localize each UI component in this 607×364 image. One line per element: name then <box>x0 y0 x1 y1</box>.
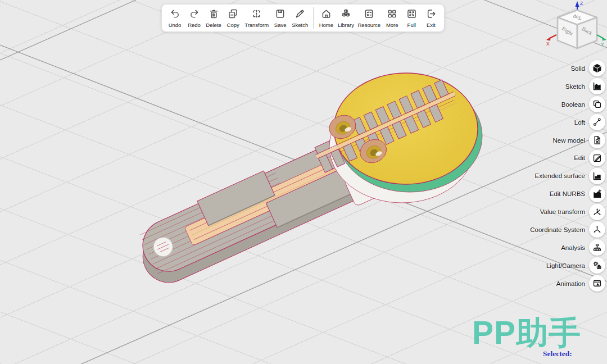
tool-sidebar: Solid Sketch Boolean Loft New model Edit… <box>530 60 607 293</box>
sidebar-item-new-model[interactable]: New model <box>530 131 607 149</box>
light-camera-icon <box>589 257 605 274</box>
toolbar-button-delete[interactable]: Delete <box>206 8 221 28</box>
toolbar-button-library[interactable]: Library <box>338 8 354 28</box>
watermark: PP助手 <box>472 317 581 349</box>
svg-text:Y: Y <box>601 42 604 47</box>
sketch-surface-icon <box>589 78 605 94</box>
svg-text:Z: Z <box>580 1 583 6</box>
sidebar-item-coordinate-system[interactable]: Coordinate System <box>530 221 607 239</box>
animation-icon <box>589 275 605 292</box>
toolbar-button-home[interactable]: Home <box>318 8 334 28</box>
redo-icon <box>188 8 200 22</box>
analysis-icon <box>589 239 605 256</box>
toolbar-button-transform[interactable]: Transform <box>244 8 269 28</box>
undo-icon <box>169 8 181 22</box>
view-cube[interactable]: Z Top Right Back X Y <box>545 0 607 53</box>
sidebar-item-edit-nurbs[interactable]: Edit NURBS <box>530 185 607 203</box>
sidebar-item-solid[interactable]: Solid <box>530 60 607 78</box>
sidebar-item-boolean[interactable]: Boolean <box>530 95 607 113</box>
svg-text:X: X <box>546 41 550 47</box>
edit-icon <box>589 150 605 166</box>
new-model-icon <box>589 132 605 148</box>
toolbar-button-more[interactable]: More <box>384 8 400 28</box>
edit-nurbs-icon <box>589 186 605 202</box>
full-icon <box>406 8 418 22</box>
toolbar-button-undo[interactable]: Undo <box>167 8 183 28</box>
toolbar-divider <box>313 7 314 29</box>
sidebar-item-loft[interactable]: Loft <box>530 113 607 131</box>
toolbar-button-sketch[interactable]: Sketch <box>292 8 308 28</box>
viewport-3d[interactable] <box>0 0 607 364</box>
library-icon <box>340 8 352 22</box>
sidebar-item-extended-surface[interactable]: Extended surface <box>530 167 607 185</box>
save-icon <box>274 8 286 22</box>
sidebar-item-value-transform[interactable]: Value transform <box>530 203 607 221</box>
exit-icon <box>425 8 437 22</box>
resource-icon <box>363 8 375 22</box>
sidebar-item-analysis[interactable]: Analysis <box>530 239 607 257</box>
toolbar-button-save[interactable]: Save <box>273 8 288 28</box>
copy-icon <box>227 8 239 22</box>
key-model[interactable] <box>129 69 482 297</box>
transform-icon <box>251 8 262 22</box>
y-axis[interactable]: Y <box>597 35 606 47</box>
loft-icon <box>589 114 605 130</box>
toolbar: Undo Redo Delete Copy Transform <box>161 4 445 32</box>
sketch-icon <box>294 8 306 22</box>
solid-icon <box>589 60 605 76</box>
toolbar-button-copy[interactable]: Copy <box>225 8 241 28</box>
x-axis[interactable]: X <box>546 35 556 47</box>
more-icon <box>386 8 398 22</box>
sidebar-item-sketch[interactable]: Sketch <box>530 78 607 95</box>
viewcube-label-top: Top <box>573 14 582 21</box>
delete-icon <box>208 8 220 22</box>
toolbar-button-full[interactable]: Full <box>404 8 419 28</box>
sidebar-item-light-camera[interactable]: Light/Camera <box>530 257 607 275</box>
viewport-canvas[interactable] <box>0 0 607 364</box>
boolean-icon <box>589 96 605 112</box>
sidebar-item-animation[interactable]: Animation <box>530 275 607 293</box>
toolbar-button-exit[interactable]: Exit <box>423 8 439 28</box>
toolbar-button-redo[interactable]: Redo <box>187 8 202 28</box>
toolbar-button-resource[interactable]: Resource <box>358 8 381 28</box>
value-transform-icon <box>589 204 605 220</box>
coordinate-system-icon <box>589 221 605 238</box>
sidebar-item-edit[interactable]: Edit <box>530 149 607 167</box>
extended-surface-icon <box>589 168 605 184</box>
selected-status-label: Selected: <box>543 349 572 358</box>
home-icon <box>320 8 332 22</box>
